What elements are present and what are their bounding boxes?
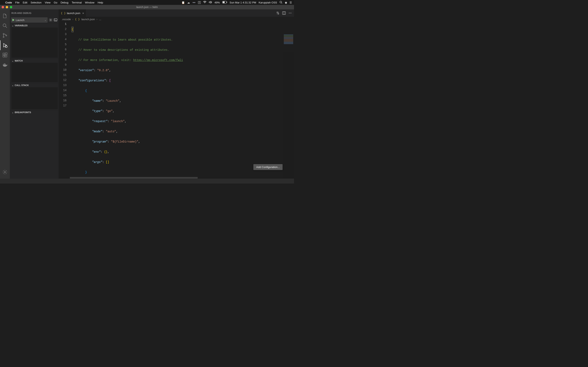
siri-icon[interactable]: ◉	[285, 1, 287, 4]
breakpoints-label: BREAKPOINTS	[15, 111, 31, 114]
tray-icon[interactable]: 🅂	[198, 1, 201, 4]
battery-icon[interactable]	[222, 1, 227, 4]
svg-point-5	[3, 24, 6, 27]
code-content[interactable]: { // Use IntelliSense to learn about pos…	[70, 22, 294, 179]
svg-point-25	[290, 13, 291, 13]
breakpoints-panel-header[interactable]: ⌄ BREAKPOINTS	[10, 110, 59, 114]
split-editor-icon[interactable]	[282, 11, 286, 15]
svg-point-19	[4, 171, 6, 173]
open-launch-json-icon[interactable]	[49, 18, 52, 22]
breadcrumb[interactable]: .vscode › { } launch.json › ...	[59, 17, 294, 22]
extensions-icon[interactable]	[0, 50, 10, 60]
watch-panel-body	[11, 63, 58, 82]
chevron-right-icon: ›	[72, 18, 73, 21]
variables-panel-body	[11, 27, 58, 58]
tray-icon[interactable]: ☁	[187, 1, 190, 4]
svg-rect-18	[5, 53, 7, 55]
editor-tabs: { } launch.json ×	[59, 9, 294, 17]
menu-terminal[interactable]: Terminal	[72, 1, 82, 4]
datetime[interactable]: Sun Mar 1 4:31:32 PM	[230, 1, 256, 4]
svg-rect-16	[3, 55, 5, 57]
svg-rect-17	[5, 55, 7, 57]
callstack-label: CALL STACK	[15, 84, 29, 86]
menu-debug[interactable]: Debug	[61, 1, 68, 4]
breadcrumb-tail[interactable]: ...	[99, 18, 101, 21]
chevron-down-icon: ⌄	[12, 111, 13, 114]
watch-panel-header[interactable]: ⌄ WATCH	[10, 59, 59, 63]
chevron-right-icon: ›	[96, 18, 97, 21]
callstack-panel-body	[11, 87, 58, 109]
traffic-lights	[2, 6, 12, 8]
tab-label: launch.json	[67, 12, 80, 15]
tray-icon[interactable]: 👓	[192, 1, 196, 4]
macos-menubar: Code File Edit Selection View Go Debug T…	[0, 0, 294, 5]
explorer-icon[interactable]	[0, 11, 10, 21]
battery-percent: 49%	[215, 1, 220, 4]
svg-line-4	[282, 3, 282, 3]
docker-icon[interactable]	[0, 60, 10, 70]
minimize-window-button[interactable]	[6, 6, 8, 8]
menu-icon[interactable]: ☰	[290, 1, 292, 4]
svg-rect-2	[227, 2, 227, 3]
svg-point-10	[6, 46, 7, 48]
close-tab-icon[interactable]: ×	[82, 12, 84, 15]
chevron-down-icon[interactable]: ⌄	[44, 19, 46, 21]
compare-changes-icon[interactable]	[276, 11, 280, 15]
menu-window[interactable]: Window	[85, 1, 94, 4]
search-icon[interactable]	[0, 21, 10, 31]
activity-bar	[0, 9, 10, 179]
editor-region: { } launch.json × .vscode › { } launch.j…	[59, 9, 294, 179]
status-bar	[0, 179, 294, 184]
debug-console-icon[interactable]	[54, 18, 57, 22]
svg-point-20	[50, 19, 51, 21]
variables-label: VARIABLES	[15, 24, 27, 27]
minimap[interactable]	[283, 34, 294, 179]
callstack-panel-header[interactable]: ⌄ CALL STACK	[10, 83, 59, 87]
menu-view[interactable]: View	[45, 1, 51, 4]
tray-icon[interactable]: 📋	[182, 1, 185, 4]
chevron-down-icon: ⌄	[12, 60, 13, 62]
line-number-gutter: 1234567891011121314151617	[59, 22, 70, 179]
source-control-icon[interactable]	[0, 31, 10, 40]
spotlight-icon[interactable]	[279, 1, 282, 4]
horizontal-scrollbar[interactable]	[70, 177, 283, 179]
wifi-icon[interactable]	[203, 1, 207, 4]
svg-line-13	[5, 47, 6, 48]
breadcrumb-file[interactable]: launch.json	[81, 18, 95, 21]
menu-help[interactable]: Help	[98, 1, 103, 4]
menu-selection[interactable]: Selection	[31, 1, 42, 4]
svg-rect-15	[3, 53, 5, 55]
svg-point-9	[6, 35, 7, 36]
app-menu[interactable]: Code	[5, 1, 12, 4]
menu-edit[interactable]: Edit	[23, 1, 27, 4]
chevron-down-icon: ⌄	[12, 84, 13, 86]
sidebar-title: RUN AND DEBUG	[11, 12, 31, 14]
svg-point-26	[291, 13, 292, 13]
code-editor[interactable]: 1234567891011121314151617 { // Use Intel…	[59, 22, 294, 179]
svg-point-8	[3, 36, 4, 38]
debug-config-selector[interactable]: Launch ⌄	[11, 17, 48, 23]
tab-launch-json[interactable]: { } launch.json ×	[59, 9, 86, 17]
menu-go[interactable]: Go	[54, 1, 57, 4]
more-actions-icon[interactable]	[288, 11, 292, 15]
username[interactable]: Karuppiah OSS	[259, 1, 277, 4]
svg-rect-1	[223, 1, 225, 3]
add-configuration-button[interactable]: Add Configuration...	[253, 164, 283, 170]
json-file-icon: { }	[75, 18, 80, 21]
svg-point-3	[280, 1, 282, 3]
variables-panel-header[interactable]: ⌄ VARIABLES	[10, 24, 59, 27]
menu-file[interactable]: File	[15, 1, 20, 4]
breadcrumb-folder[interactable]: .vscode	[62, 18, 71, 21]
close-window-button[interactable]	[2, 6, 4, 8]
chevron-down-icon: ⌄	[12, 25, 13, 27]
maximize-window-button[interactable]	[10, 6, 12, 8]
svg-point-24	[289, 13, 290, 13]
debug-sidebar: RUN AND DEBUG Launch ⌄ ⌄ VARIABLES	[10, 9, 59, 179]
window-title: launch.json — helm	[136, 6, 158, 8]
settings-gear-icon[interactable]	[0, 167, 10, 177]
svg-point-7	[3, 33, 4, 34]
volume-icon[interactable]	[209, 1, 212, 4]
json-file-icon: { }	[61, 12, 66, 15]
run-debug-icon[interactable]	[0, 40, 10, 50]
start-debug-icon[interactable]	[12, 19, 15, 21]
